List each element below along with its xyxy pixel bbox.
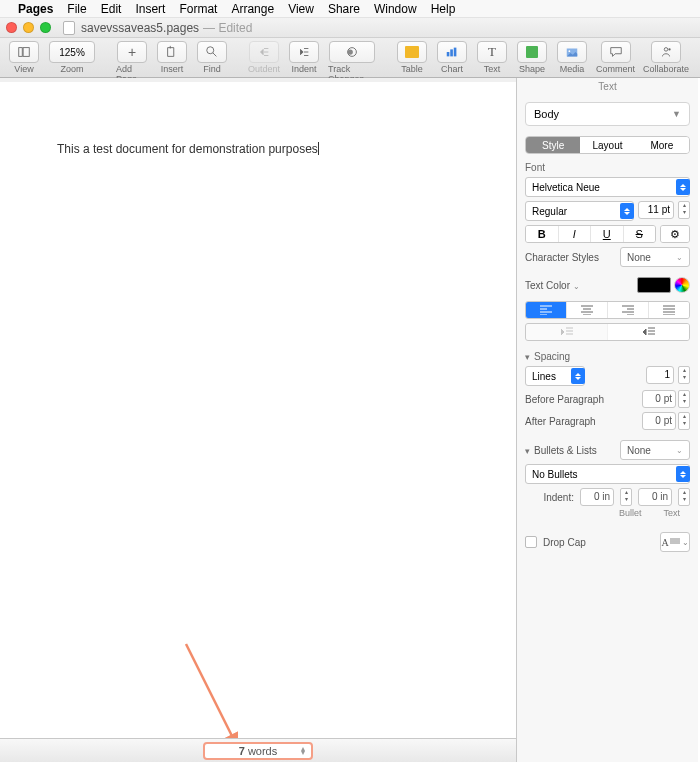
before-paragraph-field[interactable]: 0 pt xyxy=(642,390,676,408)
trackchanges-button[interactable] xyxy=(329,41,375,63)
font-size-field[interactable]: 11 pt xyxy=(638,201,674,219)
menu-window[interactable]: Window xyxy=(374,2,417,16)
svg-point-10 xyxy=(664,48,668,52)
document-page[interactable]: This a test document for demonstration p… xyxy=(7,82,509,738)
media-button[interactable] xyxy=(557,41,587,63)
menu-app[interactable]: Pages xyxy=(18,2,53,16)
font-style-value: Regular xyxy=(532,206,567,217)
font-family-value: Helvetica Neue xyxy=(532,182,600,193)
charstyles-select[interactable]: None ⌄ xyxy=(620,247,690,267)
minimize-button[interactable] xyxy=(23,22,34,33)
dropcap-checkbox[interactable] xyxy=(525,536,537,548)
menu-arrange[interactable]: Arrange xyxy=(231,2,274,16)
svg-point-2 xyxy=(207,47,214,54)
font-size-stepper[interactable]: ▴▾ xyxy=(678,201,690,219)
paragraph-style-value: Body xyxy=(534,108,559,120)
outdent-inspector-button[interactable] xyxy=(526,324,608,340)
menu-format[interactable]: Format xyxy=(179,2,217,16)
zoom-select[interactable]: 125% xyxy=(49,41,95,63)
underline-button[interactable]: U xyxy=(591,226,624,242)
menu-edit[interactable]: Edit xyxy=(101,2,122,16)
zoom-label: Zoom xyxy=(60,64,83,74)
document-proxy-icon[interactable] xyxy=(63,21,75,35)
svg-point-11 xyxy=(668,48,670,50)
shape-label: Shape xyxy=(519,64,545,74)
text-button[interactable]: T xyxy=(477,41,507,63)
svg-point-9 xyxy=(569,50,571,52)
spacing-value-field[interactable]: 1 xyxy=(646,366,674,384)
word-count-stepper-icon[interactable]: ▴▾ xyxy=(301,747,305,755)
select-arrows-icon xyxy=(676,466,690,482)
fullscreen-button[interactable] xyxy=(40,22,51,33)
document-body-text[interactable]: This a test document for demonstration p… xyxy=(57,142,318,156)
spacing-mode-select[interactable]: Lines xyxy=(525,366,585,386)
indent-text-stepper[interactable]: ▴▾ xyxy=(678,488,690,506)
chevron-down-icon: ⌄ xyxy=(682,538,689,547)
shape-button[interactable] xyxy=(517,41,547,63)
bullets-preset-select[interactable]: None ⌄ xyxy=(620,440,690,460)
bullets-type-value: No Bullets xyxy=(532,469,578,480)
disclosure-icon[interactable]: ▾ xyxy=(525,446,530,456)
tab-layout[interactable]: Layout xyxy=(580,137,634,153)
indent-bullet-field[interactable]: 0 in xyxy=(580,488,614,506)
disclosure-icon[interactable]: ▾ xyxy=(525,352,530,362)
tab-style[interactable]: Style xyxy=(526,137,580,153)
collaborate-button[interactable] xyxy=(651,41,681,63)
paragraph-style-popup[interactable]: Body ▼ xyxy=(525,102,690,126)
indent-bullet-stepper[interactable]: ▴▾ xyxy=(620,488,632,506)
menu-share[interactable]: Share xyxy=(328,2,360,16)
outdent-button[interactable] xyxy=(249,41,279,63)
word-count-unit: words xyxy=(248,745,277,757)
indent-text-field[interactable]: 0 in xyxy=(638,488,672,506)
after-paragraph-field[interactable]: 0 pt xyxy=(642,412,676,430)
align-justify-button[interactable] xyxy=(649,302,689,318)
align-center-button[interactable] xyxy=(567,302,608,318)
after-paragraph-stepper[interactable]: ▴▾ xyxy=(678,412,690,430)
comment-button[interactable] xyxy=(601,41,631,63)
svg-point-4 xyxy=(348,49,353,54)
table-button[interactable] xyxy=(397,41,427,63)
before-paragraph-stepper[interactable]: ▴▾ xyxy=(678,390,690,408)
textcolor-swatch[interactable] xyxy=(637,277,671,293)
chart-button[interactable] xyxy=(437,41,467,63)
italic-button[interactable]: I xyxy=(559,226,592,242)
text-settings-button[interactable]: ⚙︎ xyxy=(661,226,689,242)
svg-rect-1 xyxy=(23,48,29,57)
select-arrows-icon xyxy=(571,368,585,384)
align-left-button[interactable] xyxy=(526,302,567,318)
bold-button[interactable]: B xyxy=(526,226,559,242)
dropcap-style-button[interactable]: A ⌄ xyxy=(660,532,690,552)
bullets-type-select[interactable]: No Bullets xyxy=(525,464,690,484)
document-status: — Edited xyxy=(203,21,252,35)
table-label: Table xyxy=(401,64,423,74)
menu-file[interactable]: File xyxy=(67,2,86,16)
indent-button[interactable] xyxy=(289,41,319,63)
document-title[interactable]: savevssaveas5.pages xyxy=(81,21,199,35)
view-label: View xyxy=(14,64,33,74)
word-count[interactable]: 7 words ▴▾ xyxy=(203,742,313,760)
align-right-button[interactable] xyxy=(608,302,649,318)
inspector-heading: Text xyxy=(517,78,698,96)
font-family-select[interactable]: Helvetica Neue xyxy=(525,177,690,197)
strike-button[interactable]: S xyxy=(624,226,656,242)
inspector-tabs: Style Layout More xyxy=(525,136,690,154)
insert-button[interactable] xyxy=(157,41,187,63)
font-style-select[interactable]: Regular xyxy=(525,201,634,221)
close-button[interactable] xyxy=(6,22,17,33)
menu-insert[interactable]: Insert xyxy=(135,2,165,16)
tab-more[interactable]: More xyxy=(635,137,689,153)
svg-rect-5 xyxy=(447,52,450,56)
indent-inspector-button[interactable] xyxy=(608,324,689,340)
chevron-down-icon: ▼ xyxy=(672,109,681,119)
spacing-stepper[interactable]: ▴▾ xyxy=(678,366,690,384)
charstyles-value: None xyxy=(627,252,651,263)
find-button[interactable] xyxy=(197,41,227,63)
menu-view[interactable]: View xyxy=(288,2,314,16)
addpage-button[interactable]: + xyxy=(117,41,147,63)
media-label: Media xyxy=(560,64,585,74)
select-arrows-icon xyxy=(620,203,634,219)
view-button[interactable] xyxy=(9,41,39,63)
textcolor-label: Text Color xyxy=(525,280,570,291)
menu-help[interactable]: Help xyxy=(431,2,456,16)
color-picker-icon[interactable] xyxy=(674,277,690,293)
